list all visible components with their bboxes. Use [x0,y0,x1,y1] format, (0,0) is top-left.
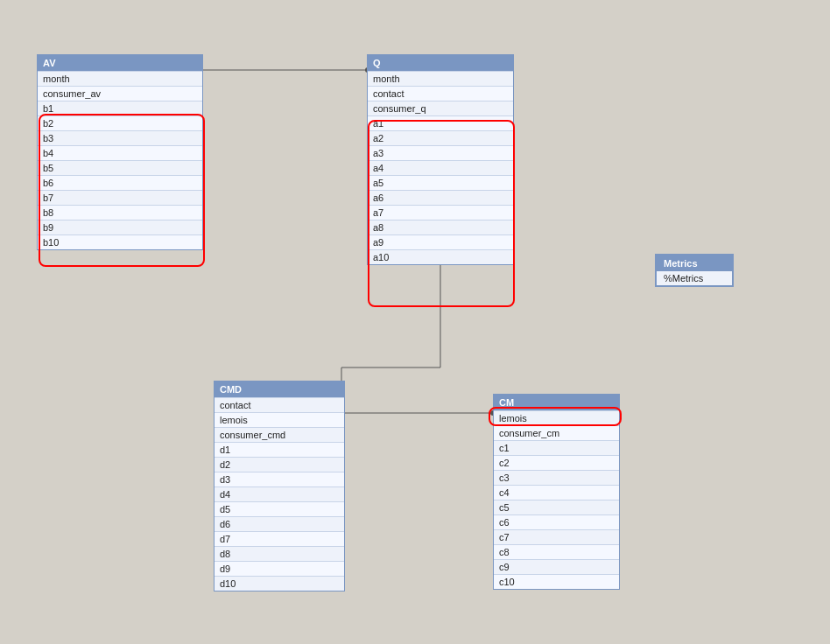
table-row: c7 [494,529,619,544]
table-row: b1 [38,101,202,116]
table-row: a7 [368,205,513,220]
table-row: d6 [215,516,344,531]
table-row: c1 [494,440,619,455]
table-row: b2 [38,116,202,130]
table-row: a6 [368,190,513,205]
table-row: month [368,71,513,86]
table-row: consumer_cmd [215,427,344,442]
table-row: month [38,71,202,86]
table-row: consumer_av [38,86,202,101]
table-row: a10 [368,249,513,264]
table-row: d5 [215,501,344,516]
table-row: a1 [368,116,513,130]
table-row: lemois [494,410,619,425]
table-row: b5 [38,160,202,175]
table-row: a2 [368,130,513,145]
table-row: c10 [494,574,619,589]
table-av-header: AV [38,55,202,71]
table-row: b7 [38,190,202,205]
table-row: d8 [215,546,344,561]
table-row: a3 [368,145,513,160]
table-row: a9 [368,234,513,249]
table-row: c3 [494,470,619,485]
table-cmd: CMD contact lemois consumer_cmd d1 d2 d3… [214,381,345,592]
table-row: d1 [215,442,344,457]
metrics-header: Metrics [657,256,732,271]
metrics-row: %Metrics [657,271,732,285]
table-row: d10 [215,576,344,591]
table-cm: CM lemois consumer_cm c1 c2 c3 c4 c5 c6 … [493,394,620,590]
table-row: b10 [38,234,202,249]
table-row: a8 [368,220,513,234]
table-cmd-header: CMD [215,382,344,397]
table-row: a4 [368,160,513,175]
table-row: b6 [38,175,202,190]
table-row: d7 [215,531,344,546]
table-row: c4 [494,485,619,500]
table-q: Q month contact consumer_q a1 a2 a3 a4 a… [367,54,514,265]
table-row: a5 [368,175,513,190]
table-row: c9 [494,559,619,574]
table-row: lemois [215,412,344,427]
table-row: d9 [215,561,344,576]
table-row: d3 [215,472,344,486]
table-cm-header: CM [494,395,619,410]
table-row: d4 [215,486,344,501]
table-row: c2 [494,455,619,470]
table-row: contact [215,397,344,412]
table-row: contact [368,86,513,101]
table-row: c6 [494,514,619,529]
table-row: b3 [38,130,202,145]
table-row: b9 [38,220,202,234]
table-q-header: Q [368,55,513,71]
table-row: c8 [494,544,619,559]
table-row: b4 [38,145,202,160]
table-row: c5 [494,500,619,514]
table-row: d2 [215,457,344,472]
table-row: consumer_cm [494,425,619,440]
metrics-table: Metrics %Metrics [655,254,734,287]
table-row: consumer_q [368,101,513,116]
table-av: AV month consumer_av b1 b2 b3 b4 b5 b6 b… [37,54,203,250]
table-row: b8 [38,205,202,220]
